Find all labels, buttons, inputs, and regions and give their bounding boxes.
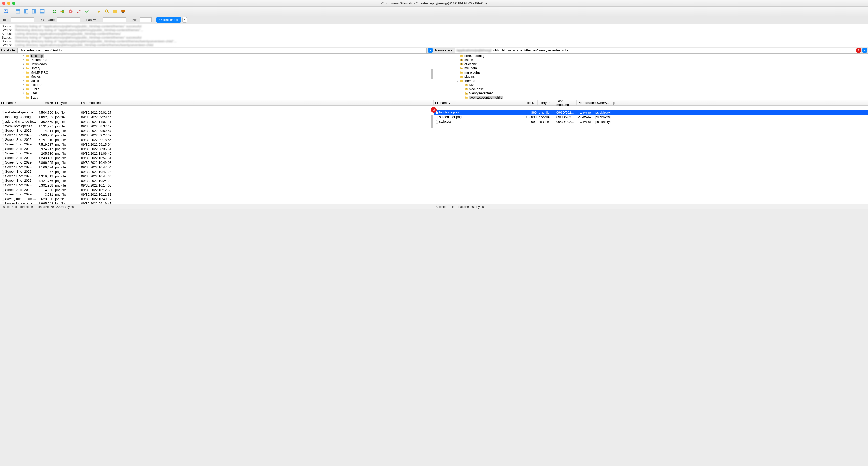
disclosure-icon[interactable]: › — [22, 96, 25, 99]
remote-list-header[interactable]: Filename ▴ Filesize Filetype Last modifi… — [434, 100, 868, 106]
zoom-window-button[interactable] — [12, 2, 15, 5]
col-owner[interactable]: Owner/Group — [594, 100, 868, 105]
local-site-input[interactable]: /Users/deannamclean/Desktop/ — [18, 48, 427, 53]
tree-item[interactable]: ›Movies — [0, 74, 434, 79]
col-filename[interactable]: Filename ▾ — [0, 100, 37, 105]
disclosure-icon[interactable]: › — [22, 92, 25, 95]
file-row[interactable]: Screen Shot 2022-09..205,730png-file09/3… — [0, 151, 434, 156]
file-row[interactable]: Screen Shot 2022-09..2,974,217png-file09… — [0, 146, 434, 151]
parent-dir[interactable]: .. — [434, 106, 868, 110]
disclosure-icon[interactable]: › — [22, 79, 25, 82]
file-row[interactable]: Screen Shot 2022-09..977png-file09/30/20… — [0, 169, 434, 174]
file-row[interactable]: Screen Shot 2022-09..7,797,810png-file09… — [0, 137, 434, 142]
disclosure-icon[interactable]: › — [22, 54, 25, 57]
file-row[interactable]: Screen Shot 2022-09..4,014png-file09/30/… — [0, 128, 434, 133]
reconnect-button[interactable] — [84, 8, 90, 15]
col-filetype[interactable]: Filetype — [54, 100, 80, 105]
toggle-queue-button[interactable] — [39, 8, 45, 15]
toggle-local-tree-button[interactable] — [23, 8, 29, 15]
local-file-list[interactable]: Filename ▾ Filesize Filetype Last modifi… — [0, 100, 434, 204]
file-row[interactable]: Screen Shot 2022-09..3,981png-file09/30/… — [0, 192, 434, 197]
tree-item[interactable]: ›Desktop — [0, 54, 434, 58]
toggle-remote-tree-button[interactable] — [31, 8, 37, 15]
message-log[interactable]: Status:Directory listing of "/applicatio… — [0, 24, 868, 47]
quickconnect-dropdown[interactable] — [182, 17, 187, 23]
remote-site-dropdown[interactable]: ▾ — [862, 48, 867, 53]
file-row[interactable]: font-plugin-debuggin..1,892,853jpg-file0… — [0, 115, 434, 119]
remote-site-input[interactable]: /applications/psjbkhxxyj/ public_html/wp… — [455, 48, 861, 53]
disconnect-button[interactable] — [75, 8, 82, 15]
site-manager-button[interactable] — [3, 8, 9, 15]
file-row[interactable]: functions.php869php-file09/30/2022 1...-… — [434, 110, 868, 115]
username-input[interactable] — [57, 18, 81, 23]
sync-browse-button[interactable] — [120, 8, 126, 15]
col-filesize[interactable]: Filesize — [37, 100, 54, 105]
tree-item[interactable]: ?Divi — [434, 83, 868, 87]
tree-item[interactable]: ⌄themes — [434, 78, 868, 83]
col-filetype[interactable]: Filetype — [538, 100, 555, 105]
disclosure-icon[interactable]: › — [22, 67, 25, 69]
parent-dir[interactable]: .. — [0, 106, 434, 110]
file-row[interactable]: Screen Shot 2022-09..7,519,087png-file09… — [0, 142, 434, 146]
tree-item[interactable]: ›Sites — [0, 91, 434, 96]
tree-item[interactable]: ?et-cache — [434, 62, 868, 66]
tree-item[interactable]: ?mc_data — [434, 66, 868, 70]
minimize-window-button[interactable] — [7, 2, 10, 5]
tree-item[interactable]: ?blockbase — [434, 87, 868, 91]
file-row[interactable]: Screen Shot 2022-09..1,243,435png-file09… — [0, 156, 434, 160]
col-modified[interactable]: Last modified — [80, 100, 434, 105]
refresh-button[interactable] — [51, 8, 58, 15]
file-row[interactable]: web-developer-imag..4,504,790jpg-file09/… — [0, 110, 434, 115]
process-queue-button[interactable] — [59, 8, 66, 15]
close-window-button[interactable] — [2, 2, 5, 5]
scrollbar[interactable] — [431, 69, 433, 79]
file-row[interactable]: Screen Shot 2022-09..5,391,968png-file09… — [0, 183, 434, 188]
file-row[interactable]: add-and-change-font..302,669jpg-file09/3… — [0, 119, 434, 124]
tree-item[interactable]: twentyseventeen-child — [434, 95, 868, 100]
tree-item[interactable]: ›Sizzy — [0, 95, 434, 100]
file-row[interactable]: Screen Shot 2022-09..1,166,474png-file09… — [0, 165, 434, 169]
cancel-button[interactable] — [67, 8, 74, 15]
file-row[interactable]: Screen Shot 2022-09..7,580,200png-file09… — [0, 133, 434, 137]
col-filename[interactable]: Filename ▴ — [434, 100, 521, 105]
file-row[interactable]: Screen Shot 2022-09..4,319,512png-file09… — [0, 174, 434, 178]
tree-item[interactable]: ?mu-plugins — [434, 70, 868, 74]
local-site-dropdown[interactable]: ▾ — [428, 48, 433, 53]
disclosure-icon[interactable]: › — [22, 71, 25, 74]
tree-item[interactable]: ›Pictures — [0, 83, 434, 87]
disclosure-icon[interactable]: › — [22, 63, 25, 65]
tree-item[interactable]: ?breeze-config — [434, 54, 868, 58]
tree-item[interactable]: ›Public — [0, 87, 434, 91]
compare-button[interactable] — [112, 8, 118, 15]
file-row[interactable]: Screen Shot 2022-09..4,421,766png-file09… — [0, 178, 434, 183]
tree-item[interactable]: ›MAMP PRO — [0, 70, 434, 74]
disclosure-icon[interactable]: › — [22, 58, 25, 61]
quickconnect-button[interactable]: Quickconnect — [156, 17, 181, 23]
tree-item[interactable]: ›Documents — [0, 58, 434, 62]
file-row[interactable]: style.css991css-file09/30/2022 1...-rw-r… — [434, 119, 868, 124]
port-input[interactable] — [140, 18, 152, 23]
tree-item[interactable]: ›Downloads — [0, 62, 434, 66]
remote-file-list[interactable]: 2 Filename ▴ Filesize Filetype Last modi… — [434, 100, 868, 204]
local-list-header[interactable]: Filename ▾ Filesize Filetype Last modifi… — [0, 100, 434, 106]
remote-tree[interactable]: ?breeze-config?cache?et-cache?mc_data?mu… — [434, 54, 868, 100]
file-row[interactable]: Screen Shot 2022-09..4,060png-file09/30/… — [0, 188, 434, 192]
file-row[interactable]: screenshot.png363,833png-file09/30/2022 … — [434, 115, 868, 119]
disclosure-icon[interactable]: › — [22, 88, 25, 91]
col-filesize[interactable]: Filesize — [521, 100, 538, 105]
tree-item[interactable]: ›Music — [0, 78, 434, 83]
disclosure-icon[interactable]: ⌄ — [456, 79, 459, 82]
file-row[interactable]: Save-global-preset.jpg623,930jpg-file09/… — [0, 197, 434, 201]
password-input[interactable] — [103, 18, 126, 23]
disclosure-icon[interactable]: › — [22, 75, 25, 78]
tree-item[interactable]: ?plugins — [434, 74, 868, 79]
host-input[interactable] — [11, 18, 34, 23]
file-row[interactable]: Fonts-plugin-content..1,995,043jpg-file0… — [0, 201, 434, 204]
file-row[interactable]: Web-Developer-Layo..1,131,777jpg-file09/… — [0, 124, 434, 128]
toggle-log-button[interactable] — [15, 8, 21, 15]
disclosure-icon[interactable]: › — [22, 84, 25, 86]
col-permissions[interactable]: Permissions — [577, 100, 594, 105]
filter-button[interactable] — [96, 8, 102, 15]
tree-item[interactable]: ?twentyseventeen — [434, 91, 868, 96]
col-modified[interactable]: Last modified — [555, 100, 577, 105]
